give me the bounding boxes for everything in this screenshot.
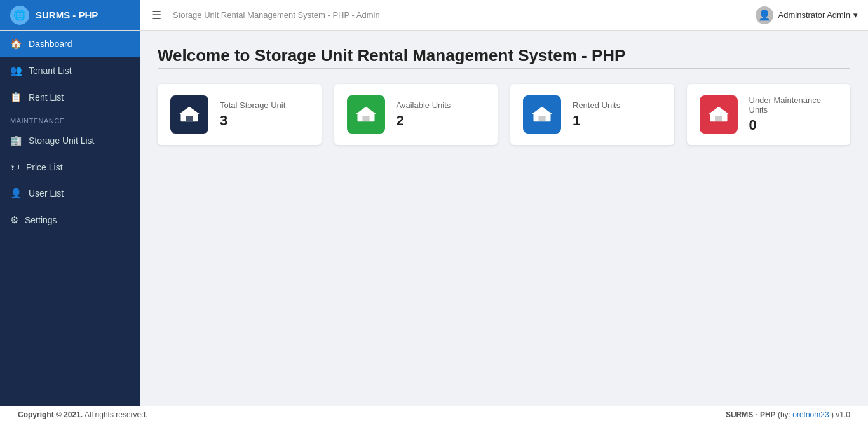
sidebar-label-storage-unit-list: Storage Unit List <box>29 135 95 146</box>
svg-rect-6 <box>362 116 369 121</box>
sidebar-item-storage-unit-list[interactable]: 🏢 Storage Unit List <box>0 127 140 154</box>
stat-label-total-storage: Total Storage Unit <box>220 101 285 110</box>
svg-marker-11 <box>709 107 729 114</box>
footer-author-link[interactable]: oretnom23 <box>792 410 829 419</box>
sidebar-item-rent-list[interactable]: 📋 Rent List <box>0 84 140 111</box>
top-navbar: 🌐 SURMS - PHP ☰ Storage Unit Rental Mana… <box>0 0 868 31</box>
copyright-text: Copyright © 2021. <box>18 410 83 419</box>
rights-text: All rights reserved. <box>85 410 147 419</box>
user-avatar: 👤 <box>756 6 773 24</box>
sidebar-label-price-list: Price List <box>26 162 63 172</box>
brand-name: SURMS - PHP <box>36 10 98 20</box>
stat-card-total-storage: Total Storage Unit 3 <box>158 84 322 145</box>
stat-info-maintenance-units: Under Maintenance Units 0 <box>749 95 838 134</box>
warehouse-icon-2 <box>355 103 377 126</box>
sidebar-label-user-list: User List <box>29 188 64 198</box>
users-icon: 👤 <box>10 188 22 199</box>
stat-value-total-storage: 3 <box>220 113 285 129</box>
sidebar-label-rent-list: Rent List <box>29 92 64 102</box>
svg-marker-1 <box>179 107 200 114</box>
list-icon: 📋 <box>10 92 22 103</box>
brand-logo: 🌐 SURMS - PHP <box>0 0 140 30</box>
sidebar-item-dashboard[interactable]: 🏠 Dashboard <box>0 31 140 57</box>
warehouse-icon-4 <box>707 103 730 126</box>
title-divider <box>158 68 850 69</box>
dashboard-icon: 🏠 <box>10 38 22 50</box>
stat-label-rented-units: Rented Units <box>573 101 620 110</box>
stat-info-rented-units: Rented Units 1 <box>573 101 620 129</box>
user-menu[interactable]: 👤 Adminstrator Admin ▾ <box>745 6 868 24</box>
page-title: Welcome to Storage Unit Rental Managemen… <box>158 46 850 66</box>
warehouse-icon <box>178 103 201 126</box>
stat-card-available-units: Available Units 2 <box>334 84 498 145</box>
stat-label-maintenance-units: Under Maintenance Units <box>749 95 838 114</box>
sidebar-item-price-list[interactable]: 🏷 Price List <box>0 154 140 180</box>
footer-version: v1.0 <box>836 410 850 419</box>
footer-brand-info: SURMS - PHP (by: oretnom23 ) v1.0 <box>726 410 850 419</box>
stat-label-available-units: Available Units <box>397 101 451 110</box>
sidebar-label-tenant-list: Tenant List <box>29 66 72 76</box>
tag-icon: 🏷 <box>10 162 20 172</box>
sidebar: 🏠 Dashboard 👥 Tenant List 📋 Rent List Ma… <box>0 31 140 406</box>
stat-icon-total-storage <box>170 95 208 134</box>
stat-icon-available-units <box>347 95 385 134</box>
stat-card-rented-units: Rented Units 1 <box>510 84 674 145</box>
stat-info-available-units: Available Units 2 <box>397 101 451 129</box>
stat-info-total-storage: Total Storage Unit 3 <box>220 101 285 129</box>
footer-brand-name: SURMS - PHP <box>726 410 776 419</box>
svg-marker-5 <box>356 107 376 114</box>
globe-icon: 🌐 <box>10 6 29 25</box>
stat-card-maintenance-units: Under Maintenance Units 0 <box>687 84 851 145</box>
sidebar-item-settings[interactable]: ⚙ Settings <box>0 207 140 233</box>
footer-author-prefix: (by: <box>778 410 792 419</box>
nav-title: Storage Unit Rental Management System - … <box>173 10 745 20</box>
footer: Copyright © 2021. All rights reserved. S… <box>0 406 868 423</box>
stat-value-rented-units: 1 <box>573 113 620 129</box>
sidebar-label-settings: Settings <box>25 215 57 225</box>
footer-copyright: Copyright © 2021. All rights reserved. <box>18 410 147 419</box>
user-name: Adminstrator Admin <box>778 10 850 20</box>
people-icon: 👥 <box>10 65 22 76</box>
svg-rect-3 <box>186 116 193 121</box>
svg-rect-12 <box>715 116 722 121</box>
building-icon: 🏢 <box>10 135 22 146</box>
chevron-down-icon: ▾ <box>853 10 858 20</box>
warehouse-icon-3 <box>531 103 553 126</box>
svg-rect-9 <box>538 116 545 121</box>
stat-icon-maintenance-units <box>700 95 738 134</box>
stat-value-maintenance-units: 0 <box>749 117 838 134</box>
sidebar-item-tenant-list[interactable]: 👥 Tenant List <box>0 57 140 84</box>
gear-icon: ⚙ <box>10 214 18 226</box>
svg-marker-8 <box>532 107 552 114</box>
stat-cards-container: Total Storage Unit 3 Available Units 2 <box>158 84 850 145</box>
sidebar-label-dashboard: Dashboard <box>29 39 72 49</box>
main-layout: 🏠 Dashboard 👥 Tenant List 📋 Rent List Ma… <box>0 31 868 406</box>
stat-icon-rented-units <box>523 95 561 134</box>
sidebar-item-user-list[interactable]: 👤 User List <box>0 180 140 207</box>
menu-toggle-button[interactable]: ☰ <box>140 8 173 22</box>
stat-value-available-units: 2 <box>397 113 451 129</box>
main-content: Welcome to Storage Unit Rental Managemen… <box>140 31 868 406</box>
maintenance-section-label: Maintenance <box>0 111 140 127</box>
